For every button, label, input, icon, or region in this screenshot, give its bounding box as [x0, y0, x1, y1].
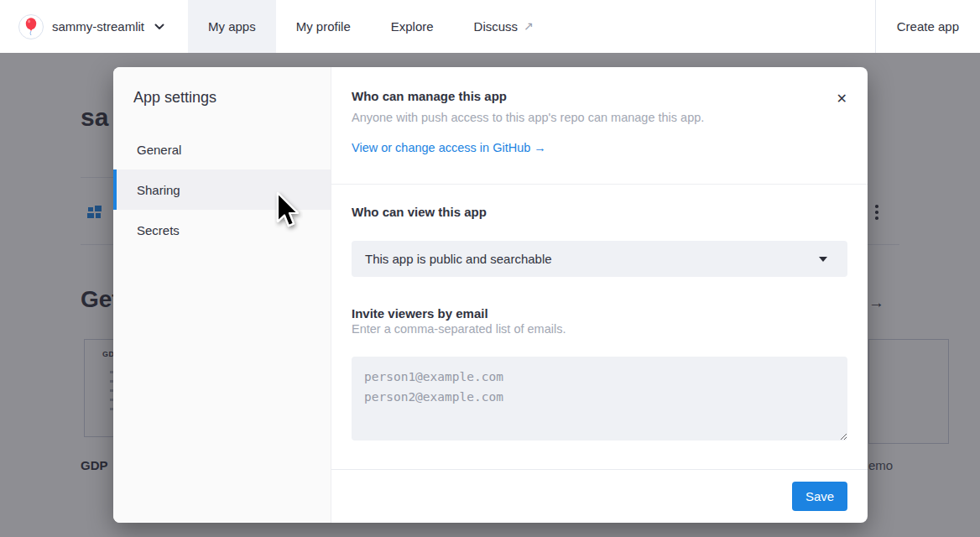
external-link-icon: ↗: [524, 0, 534, 53]
balloon-icon: [24, 18, 38, 36]
workspace-selector[interactable]: sammy-streamlit: [18, 0, 164, 53]
nav-tabs: My apps My profile Explore Discuss ↗: [188, 0, 554, 53]
invite-title: Invite viewers by email: [352, 306, 847, 321]
sharing-panel: Who can manage this app Anyone with push…: [331, 67, 868, 523]
invite-subtitle: Enter a comma-separated list of emails.: [352, 322, 847, 336]
app-settings-modal: App settings General Sharing Secrets Who…: [113, 67, 868, 523]
manage-section: Who can manage this app Anyone with push…: [331, 67, 868, 185]
top-nav: sammy-streamlit My apps My profile Explo…: [0, 0, 980, 53]
tab-my-apps[interactable]: My apps: [188, 0, 276, 53]
tab-discuss[interactable]: Discuss ↗: [454, 0, 554, 53]
view-title: Who can view this app: [352, 205, 847, 219]
modal-footer: Save: [331, 469, 868, 523]
streamlit-balloon-logo: [18, 14, 44, 39]
visibility-dropdown-value: This app is public and searchable: [365, 252, 819, 266]
modal-sidebar: App settings General Sharing Secrets: [113, 67, 331, 523]
tab-my-profile[interactable]: My profile: [276, 0, 371, 53]
chevron-down-icon: [154, 23, 164, 30]
sidebar-item-sharing[interactable]: Sharing: [113, 169, 331, 210]
sidebar-item-general[interactable]: General: [113, 129, 331, 169]
invite-emails-textarea[interactable]: [352, 357, 847, 441]
github-access-link[interactable]: View or change access in GitHub →: [352, 141, 546, 154]
manage-subtitle: Anyone with push access to this app's re…: [352, 111, 847, 124]
modal-title: App settings: [113, 67, 331, 107]
visibility-dropdown[interactable]: This app is public and searchable: [352, 241, 847, 277]
workspace-name: sammy-streamlit: [52, 19, 144, 34]
save-button[interactable]: Save: [792, 482, 847, 511]
manage-title: Who can manage this app: [352, 89, 847, 103]
link-arrow-icon: →: [534, 141, 546, 154]
dropdown-caret-icon: [819, 257, 827, 262]
create-app-button[interactable]: Create app: [875, 0, 980, 53]
view-section: Who can view this app This app is public…: [331, 185, 868, 469]
sidebar-item-secrets[interactable]: Secrets: [113, 210, 331, 250]
close-icon[interactable]: ✕: [837, 92, 847, 106]
tab-explore[interactable]: Explore: [371, 0, 454, 53]
